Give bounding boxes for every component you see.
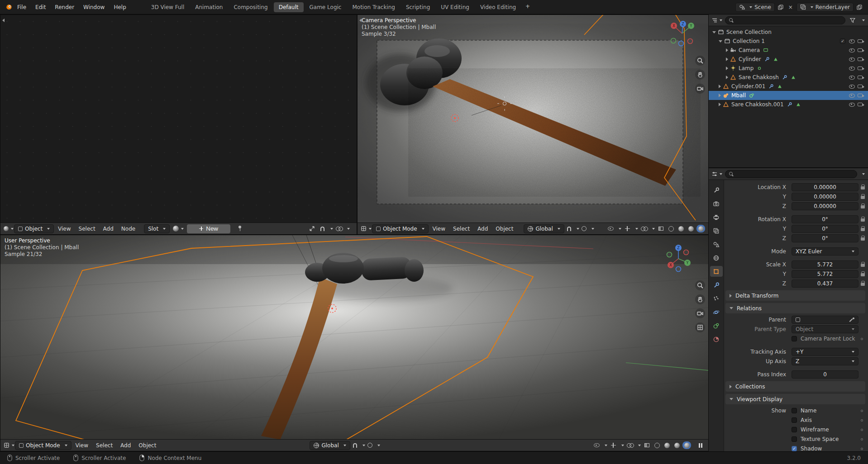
viewport-display-panel-header[interactable]: Viewport Display (725, 394, 865, 404)
gizmos-icon[interactable] (609, 441, 618, 450)
outliner-row-collection-1[interactable]: Collection 1 ✓ (709, 37, 868, 46)
disable-render-icon[interactable] (858, 85, 863, 88)
tab-animation[interactable]: Animation (190, 2, 228, 12)
zoom-tool-icon[interactable] (695, 56, 705, 66)
node-menu-view[interactable]: View (54, 224, 74, 233)
disable-render-icon[interactable] (858, 57, 863, 61)
camera-view-icon[interactable] (695, 84, 705, 94)
shading-rendered-button[interactable] (682, 441, 691, 449)
node-menu-node[interactable]: Node (118, 224, 139, 233)
lock-icon[interactable] (861, 283, 865, 286)
overlays-icon[interactable] (334, 224, 343, 233)
editor-type-icon[interactable] (361, 224, 372, 233)
animate-dot-icon[interactable] (861, 438, 863, 440)
eyedropper-icon[interactable] (849, 317, 854, 322)
add-workspace-button[interactable]: + (522, 2, 534, 12)
tab-motion-tracking[interactable]: Motion Tracking (347, 2, 400, 12)
collection-checkbox[interactable]: ✓ (840, 38, 845, 44)
parent-object-field[interactable] (792, 316, 858, 324)
add-menu[interactable]: Add (117, 441, 134, 450)
overlays-icon[interactable] (625, 441, 634, 450)
disable-render-icon[interactable] (858, 66, 863, 70)
editor-type-icon[interactable] (712, 170, 722, 179)
tab-video-editing[interactable]: Video Editing (475, 2, 521, 12)
pan-hand-icon[interactable] (695, 70, 705, 80)
zoom-tool-icon[interactable] (695, 280, 705, 290)
animate-dot-icon[interactable] (861, 410, 863, 412)
expand-icon[interactable] (719, 94, 721, 97)
tab-particles[interactable] (710, 293, 723, 304)
animate-dot-icon[interactable] (861, 448, 863, 450)
scale-z-field[interactable]: 0.437 (792, 279, 858, 288)
rotation-y-field[interactable]: 0° (792, 225, 858, 233)
tab-physics[interactable] (710, 307, 723, 317)
overlays-icon[interactable] (639, 224, 649, 233)
outliner-row-mball[interactable]: Mball (709, 91, 868, 100)
shading-solid-button[interactable] (663, 441, 671, 449)
tab-object-data[interactable] (710, 320, 723, 331)
tab-tool[interactable] (710, 185, 723, 195)
show-texture-space-checkbox[interactable] (792, 436, 797, 442)
object-menu[interactable]: Object (492, 224, 517, 233)
new-scene-button[interactable] (777, 3, 785, 11)
editor-type-icon[interactable] (712, 16, 722, 25)
lock-icon[interactable] (861, 264, 865, 267)
disable-render-icon[interactable] (858, 48, 863, 52)
tab-default[interactable]: Default (274, 2, 304, 12)
toolbar-collapse-icon[interactable] (359, 19, 362, 22)
editor-type-icon[interactable] (4, 441, 14, 450)
expand-icon[interactable] (719, 103, 721, 106)
lock-icon[interactable] (861, 273, 865, 276)
relations-panel-header[interactable]: Relations (725, 303, 865, 313)
pin-icon[interactable] (235, 224, 244, 233)
slot-dropdown[interactable]: Slot (144, 224, 170, 233)
animate-dot-icon[interactable] (861, 419, 863, 421)
hide-viewport-icon[interactable] (849, 66, 855, 71)
select-menu[interactable]: Select (449, 224, 473, 233)
show-wireframe-checkbox[interactable] (792, 427, 797, 432)
proportional-dropdown-caret[interactable] (377, 445, 380, 446)
tab-3d-view-full[interactable]: 3D View Full (146, 2, 190, 12)
lock-icon[interactable] (861, 237, 865, 241)
node-menu-select[interactable]: Select (75, 224, 99, 233)
tab-scripting[interactable]: Scripting (401, 2, 435, 12)
delta-transform-panel-header[interactable]: Delta Transform (725, 290, 865, 301)
outliner-row-lamp[interactable]: Lamp (709, 64, 868, 73)
visibility-dropdown-caret[interactable] (605, 445, 607, 446)
navigation-gizmo[interactable]: Z Y X (668, 19, 696, 49)
transform-orientation-dropdown[interactable]: Global (310, 441, 350, 450)
editor-type-icon[interactable] (4, 224, 14, 233)
menu-edit[interactable]: Edit (31, 2, 50, 12)
lock-icon[interactable] (861, 186, 865, 189)
show-name-checkbox[interactable] (792, 408, 797, 413)
xray-toggle-icon[interactable] (642, 441, 651, 450)
shader-type-dropdown[interactable]: Object (14, 224, 54, 233)
menu-help[interactable]: Help (109, 2, 130, 12)
lock-icon[interactable] (861, 228, 865, 231)
hide-viewport-icon[interactable] (849, 94, 855, 98)
tab-world[interactable] (710, 252, 723, 263)
filter-icon[interactable] (848, 16, 857, 25)
tab-object[interactable] (710, 266, 723, 277)
hide-viewport-icon[interactable] (849, 48, 855, 52)
orthographic-grid-icon[interactable] (695, 322, 705, 332)
visibility-icon[interactable] (592, 441, 601, 450)
mode-dropdown[interactable]: Object Mode (372, 224, 429, 233)
outliner-header-caret[interactable] (862, 19, 865, 21)
outliner-row-sare-chakkosh-001[interactable]: Sare Chakkosh.001 (709, 100, 868, 109)
outliner-row-camera[interactable]: Camera (709, 46, 868, 55)
add-menu[interactable]: Add (474, 224, 491, 233)
tab-output[interactable] (710, 212, 723, 223)
new-material-button[interactable]: New (187, 224, 230, 233)
navigation-gizmo[interactable]: Z Y X (664, 243, 693, 274)
gizmos-icon[interactable] (623, 224, 632, 233)
rotation-x-field[interactable]: 0° (792, 215, 858, 223)
show-shadow-checkbox[interactable]: ✓ (792, 446, 797, 451)
collections-panel-header[interactable]: Collections (725, 381, 865, 392)
disable-render-icon[interactable] (858, 103, 863, 106)
blender-logo-icon[interactable] (5, 3, 13, 11)
menu-window[interactable]: Window (79, 2, 109, 12)
snap-dropdown-caret[interactable] (577, 228, 579, 230)
shading-material-button[interactable] (687, 225, 695, 232)
expand-icon[interactable] (726, 66, 728, 70)
